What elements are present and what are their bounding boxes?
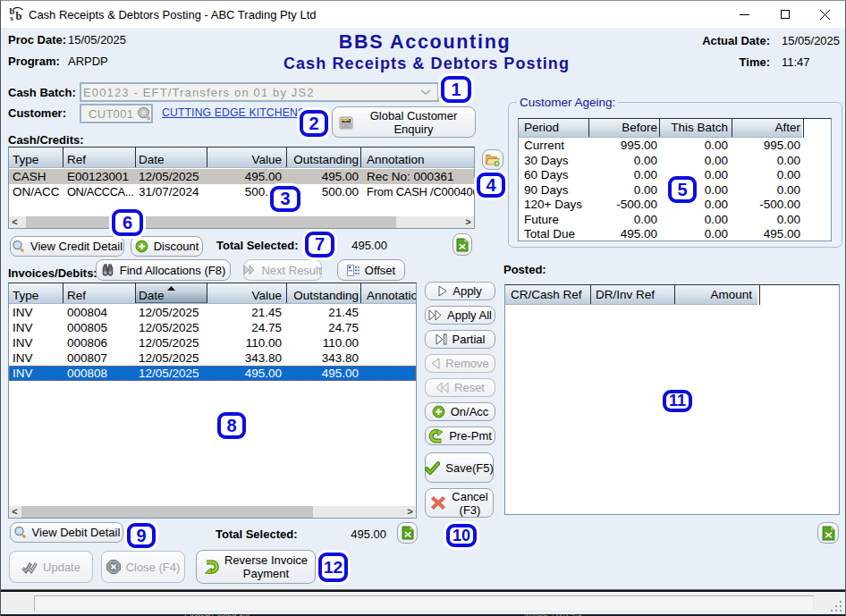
- svg-text:b: b: [16, 10, 22, 22]
